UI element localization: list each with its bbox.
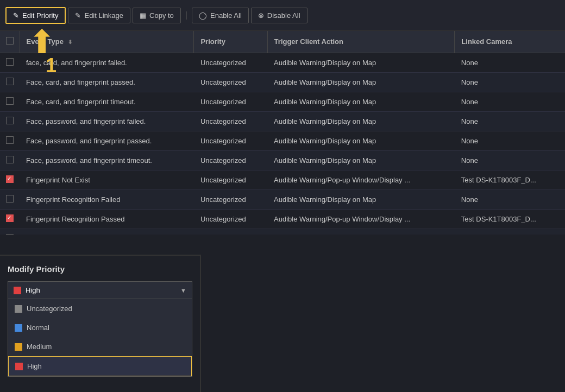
disable-all-icon: ⊗ [258, 11, 264, 20]
table-row: Face, card, and fingerprint passed.Uncat… [0, 72, 565, 92]
edit-linkage-button[interactable]: ✎ Edit Linkage [68, 8, 130, 23]
row-priority: Uncategorized [194, 229, 267, 235]
row-linked-camera: None [455, 72, 565, 92]
row-linked-camera: None [455, 189, 565, 209]
priority-dropdown-menu: Uncategorized Normal Medium High [8, 299, 192, 377]
row-linked-camera: None [455, 53, 565, 72]
high-color-dot [15, 363, 23, 370]
th-event-type[interactable]: Event Type ⬍ [20, 31, 194, 53]
row-checkbox[interactable] [6, 234, 14, 235]
row-checkbox[interactable] [6, 195, 14, 203]
row-event-type: Fingerprint Recognition Passed [20, 209, 194, 229]
edit-priority-button[interactable]: ✎ Edit Priority [5, 7, 66, 24]
selected-color-indicator [14, 287, 21, 294]
row-checkbox[interactable] [6, 136, 14, 144]
copy-to-icon: ▦ [140, 11, 146, 20]
row-trigger: Audible Warning/Pop-up Window/Display ..… [267, 170, 455, 189]
row-linked-camera: None [455, 150, 565, 170]
priority-dropdown-container: High ▼ Uncategorized Normal Medium High [8, 281, 192, 377]
th-trigger-client-action[interactable]: Trigger Client Action [267, 31, 455, 53]
row-checkbox-cell [0, 72, 20, 92]
priority-option-high[interactable]: High [8, 356, 192, 376]
row-trigger: Audible Warning/Display on Map [267, 111, 455, 131]
row-trigger: Audible Warning/Display on Map [267, 189, 455, 209]
row-event-type: Face, card, and fingerprint timeout. [20, 92, 194, 111]
row-checkbox-cell [0, 131, 20, 150]
row-trigger: Audible Warning/Display on Map [267, 150, 455, 170]
table-row: Fingerprint Recognition FailedUncategori… [0, 189, 565, 209]
modify-priority-title: Modify Priority [8, 264, 192, 274]
copy-to-button[interactable]: ▦ Copy to [133, 8, 181, 23]
row-priority: Uncategorized [194, 170, 267, 189]
row-checkbox-cell [0, 209, 20, 229]
row-priority: Uncategorized [194, 209, 267, 229]
medium-color-dot [15, 343, 22, 351]
row-checkbox[interactable] [6, 156, 14, 163]
dropdown-arrow-icon: ▼ [180, 287, 186, 294]
row-checkbox-cell [0, 170, 20, 189]
uncategorized-color-dot [15, 305, 22, 313]
priority-option-uncategorized[interactable]: Uncategorized [8, 299, 192, 318]
row-checkbox-cell [0, 150, 20, 170]
table-row: Face, password, and fingerprint timeout.… [0, 150, 565, 170]
row-priority: Uncategorized [194, 53, 267, 72]
row-event-type: Face, password, and fingerprint timeout. [20, 150, 194, 170]
row-priority: Uncategorized [194, 111, 267, 131]
row-event-type: face, card, and fingerprint failed. [20, 53, 194, 72]
table-header-row: Event Type ⬍ Priority Trigger Client Act… [0, 31, 565, 53]
table-row: Fingerprint Not ExistUncategorizedAudibl… [0, 170, 565, 189]
table-row: Fingerprint Recognition FailedUncategori… [0, 229, 565, 235]
row-checkbox[interactable] [6, 58, 14, 66]
modify-priority-panel: Modify Priority High ▼ Uncategorized Nor… [0, 255, 201, 392]
normal-color-dot [15, 324, 22, 332]
enable-all-icon: ◯ [199, 11, 207, 20]
priority-dropdown-selected[interactable]: High ▼ [8, 281, 192, 299]
row-linked-camera: Test DS-K1T8003F_D... [455, 170, 565, 189]
row-checkbox[interactable] [6, 117, 14, 124]
selected-priority-label: High [26, 286, 40, 294]
event-table: Event Type ⬍ Priority Trigger Client Act… [0, 31, 565, 235]
row-event-type: Face, password, and fingerprint passed. [20, 131, 194, 150]
disable-all-button[interactable]: ⊗ Disable All [251, 8, 307, 23]
table-row: Face, card, and fingerprint timeout.Unca… [0, 92, 565, 111]
row-event-type: Face, card, and fingerprint passed. [20, 72, 194, 92]
row-checkbox[interactable] [6, 175, 14, 183]
row-checkbox[interactable] [6, 78, 14, 85]
row-trigger: Audible Warning/Display on Map [267, 92, 455, 111]
row-priority: Uncategorized [194, 150, 267, 170]
th-linked-camera[interactable]: Linked Camera [455, 31, 565, 53]
row-checkbox-cell [0, 92, 20, 111]
table-row: Face, password, and fingerprint failed.U… [0, 111, 565, 131]
sort-event-type-icon: ⬍ [68, 39, 72, 45]
row-priority: Uncategorized [194, 189, 267, 209]
row-priority: Uncategorized [194, 92, 267, 111]
edit-priority-icon: ✎ [13, 11, 19, 20]
row-checkbox[interactable] [6, 214, 14, 222]
row-checkbox-cell [0, 189, 20, 209]
row-trigger: Audible Warning/Display on Map [267, 229, 455, 235]
table-row: Face, password, and fingerprint passed.U… [0, 131, 565, 150]
priority-option-normal[interactable]: Normal [8, 318, 192, 337]
edit-linkage-icon: ✎ [75, 11, 81, 20]
row-linked-camera: None [455, 92, 565, 111]
row-trigger: Audible Warning/Display on Map [267, 72, 455, 92]
event-table-area: Event Type ⬍ Priority Trigger Client Act… [0, 31, 565, 235]
table-row: face, card, and fingerprint failed.Uncat… [0, 53, 565, 72]
row-priority: Uncategorized [194, 131, 267, 150]
row-checkbox-cell [0, 53, 20, 72]
row-linked-camera: No... [455, 229, 565, 235]
separator-1: | [185, 10, 187, 20]
table-body: face, card, and fingerprint failed.Uncat… [0, 53, 565, 235]
table-row: Fingerprint Recognition PassedUncategori… [0, 209, 565, 229]
th-priority[interactable]: Priority [194, 31, 267, 53]
row-linked-camera: None [455, 111, 565, 131]
row-checkbox[interactable] [6, 97, 14, 105]
row-event-type: Fingerprint Recognition Failed [20, 229, 194, 235]
row-checkbox-cell [0, 229, 20, 235]
enable-all-button[interactable]: ◯ Enable All [192, 8, 249, 23]
priority-option-medium[interactable]: Medium [8, 337, 192, 356]
select-all-checkbox[interactable] [6, 37, 14, 45]
toolbar: ✎ Edit Priority ✎ Edit Linkage ▦ Copy to… [0, 0, 565, 31]
row-linked-camera: None [455, 131, 565, 150]
row-event-type: Face, password, and fingerprint failed. [20, 111, 194, 131]
